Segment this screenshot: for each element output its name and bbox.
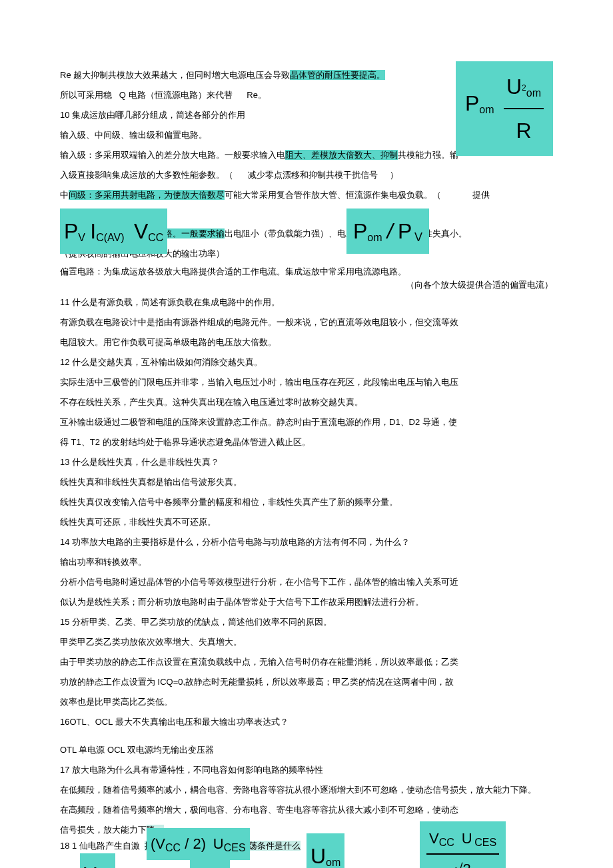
line-6: 入级直接影响集成运放的大多数性能参数。（ 减少零点漂移和抑制共模干扰信号 ） [60, 167, 553, 184]
line-32: 效率也是比甲类高比乙类低。 [60, 693, 553, 711]
line-12: 11 什么是有源负载，简述有源负载在集成电路中的作用。 [60, 294, 553, 311]
line-37: 在高频段，随着信号频率的增大，极间电容、分布电容、寄生电容等容抗从很大减小到不可… [60, 801, 553, 819]
formula-pv-left: PV IC(AV) VCC [60, 209, 167, 254]
line-22: 线性失真仅改变输入信号中各频率分量的幅度和相位，非线性失真产生了新的频率分量。 [60, 494, 553, 511]
line-7: 中间级：多采用共射电路，为使放大倍数尽可能大常采用复合管作放大管、恒流源作集电极… [60, 187, 553, 204]
line-25: 输出功率和转换效率。 [60, 554, 553, 571]
line-29: 甲类甲乙类乙类功放依次效率增大、失真增大。 [60, 634, 553, 651]
formula-vcc-sqrt2: VCC U CES √2 [420, 821, 506, 868]
line-34: OTL 单电源 OCL 双电源均无输出变压器 [60, 741, 553, 759]
line-19: 得 T1、T2 的发射结均处于临界导通状态避免晶体管进入截止区。 [60, 434, 553, 451]
line-11: 偏置电路：为集成运放各级放大电路提供合适的工作电流。集成运放中常采用电流源电路。… [60, 265, 553, 291]
formula-vcc2: (VCC / 2) UCES [147, 828, 250, 860]
line-13: 有源负载在电路设计中是指由有源器件组成的电路元件。一般来说，它的直流等效电阻较小… [60, 314, 553, 331]
line-26: 分析小信号电路时通过晶体管的小信号等效模型进行分析，在小信号下工作，晶体管的输出… [60, 574, 553, 591]
line-17: 不存在线性关系，产生失真。这种失真出现在输入电压通过零时故称交越失真。 [60, 394, 553, 411]
line-14: 电阻较大。用它作负载可提高单级电路的电压放大倍数。 [60, 334, 553, 351]
line-20: 13 什么是线性失真，什么是非线性失真？ [60, 454, 553, 471]
line-24: 14 功率放大电路的主要指标是什么，分析小信号电路与功放电路的方法有何不同，为什… [60, 534, 553, 551]
line-27: 似认为是线性关系；而分析功放电路时由于晶体管常处于大信号下工作故采用图解法进行分… [60, 594, 553, 611]
formula-uom-mid: Uom [306, 833, 344, 868]
formula-22: 2 2 [190, 858, 230, 868]
line-35: 17 放大电路为什么具有带通特性，不同电容如何影响电路的频率特性 [60, 761, 553, 779]
line-21: 线性失真和非线性失真都是输出信号波形失真。 [60, 474, 553, 491]
formula-pom: Pom U2om R [456, 61, 553, 156]
line-16: 实际生活中三极管的门限电压并非零，当输入电压过小时，输出电压存在死区，此段输出电… [60, 374, 553, 391]
line-33: 16OTL、OCL 最大不失真输出电压和最大输出功率表达式？ [60, 713, 553, 731]
line-30: 由于甲类功放的静态工作点设置在直流负载线中点，无输入信号时仍存在能量消耗，所以效… [60, 653, 553, 671]
line-15: 12 什么是交越失真，互补输出级如何消除交越失真。 [60, 354, 553, 371]
formula-pv-right: Pom / P V [346, 209, 429, 254]
line-36: 在低频段，随着信号频率的减小，耦合电容、旁路电容等容抗从很小逐渐增大到不可忽略，… [60, 781, 553, 799]
line-31: 功放的静态工作点设置为 ICQ=0,故静态时无能量损耗，所以效率最高；甲乙类的情… [60, 673, 553, 691]
line-28: 15 分析甲类、乙类、甲乙类功放的优缺点，简述他们效率不同的原因。 [60, 614, 553, 631]
line-18: 互补输出级通过二极管和电阻的压降来设置静态工作点。静态时由于直流电源的作用，D1… [60, 414, 553, 431]
line-23: 线性失真可还原，非线性失真不可还原。 [60, 514, 553, 531]
